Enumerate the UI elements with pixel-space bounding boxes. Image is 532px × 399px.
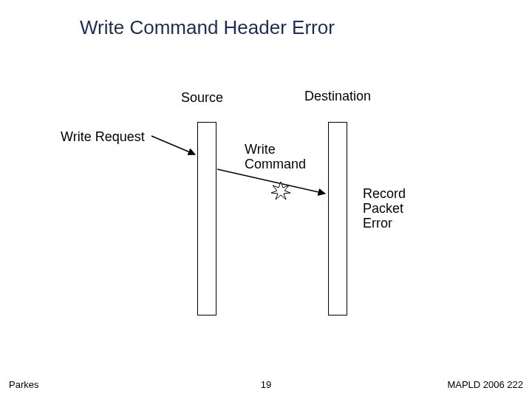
write-command-arrow bbox=[217, 169, 325, 194]
footer-conference: MAPLD 2006 222 bbox=[447, 379, 523, 390]
write-request-arrow bbox=[151, 136, 195, 154]
sequence-diagram-svg bbox=[0, 0, 532, 399]
svg-marker-0 bbox=[271, 182, 290, 200]
error-burst-icon bbox=[271, 182, 290, 200]
